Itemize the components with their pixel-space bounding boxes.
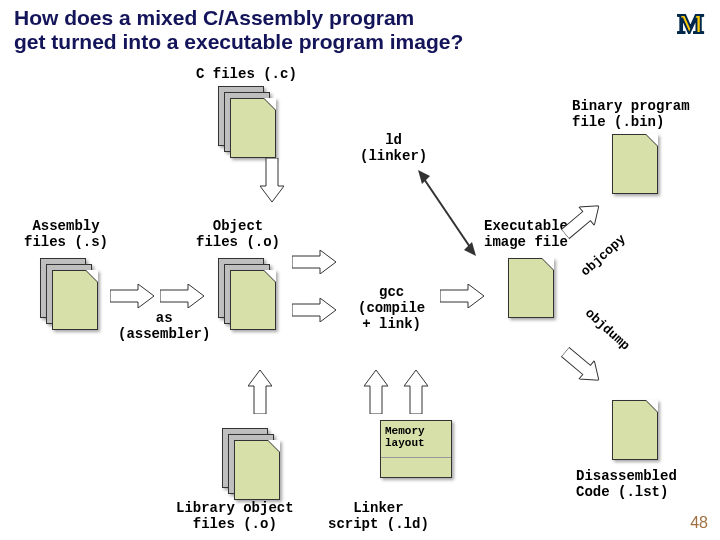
arrow-gcc-to-exec [440, 284, 484, 308]
label-disasm: Disassembled Code (.lst) [576, 468, 677, 500]
svg-marker-13 [404, 370, 428, 414]
arrow-objdump [557, 343, 606, 390]
label-c-files: C files (.c) [196, 66, 297, 82]
memory-layout-box: Memory layout [380, 420, 452, 478]
label-asm-files: Assembly files (.s) [24, 218, 108, 250]
label-bin: Binary program file (.bin) [572, 98, 690, 130]
memory-layout-label: Memory layout [385, 425, 447, 449]
svg-marker-11 [248, 370, 272, 414]
label-as: as (assembler) [118, 310, 210, 342]
svg-marker-8 [464, 242, 476, 256]
arrow-mem-up [404, 370, 428, 414]
label-objdump: objdump [582, 306, 633, 354]
label-linker-script: Linker script (.ld) [328, 500, 429, 532]
label-lib-files: Library object files (.o) [176, 500, 294, 532]
slide-title: How does a mixed C/Assembly program get … [14, 6, 463, 54]
label-gcc: gcc (compile + link) [358, 284, 425, 332]
svg-marker-0 [260, 158, 284, 202]
arrow-obj-to-gcc-2 [292, 298, 336, 322]
svg-marker-1 [110, 284, 154, 308]
label-objcopy: objcopy [578, 232, 629, 280]
arrow-ldscript-up [364, 370, 388, 414]
svg-marker-5 [440, 284, 484, 308]
arrow-asm-to-obj-2 [160, 284, 204, 308]
svg-marker-12 [364, 370, 388, 414]
arrow-c-to-obj [260, 158, 284, 202]
arrow-asm-to-obj-1 [110, 284, 154, 308]
label-exec: Executable image file [484, 218, 568, 250]
label-obj-files: Object files (.o) [196, 218, 280, 250]
svg-marker-7 [418, 170, 430, 184]
arrow-lib-up [248, 370, 272, 414]
umich-logo: M [678, 8, 704, 40]
svg-marker-10 [557, 343, 606, 390]
arrow-obj-to-gcc [292, 250, 336, 274]
label-ld: ld (linker) [360, 132, 427, 164]
svg-line-6 [422, 176, 472, 250]
arrow-ld-double [412, 168, 482, 258]
svg-marker-2 [160, 284, 204, 308]
svg-marker-4 [292, 298, 336, 322]
slide-stage: How does a mixed C/Assembly program get … [0, 0, 720, 540]
svg-marker-3 [292, 250, 336, 274]
page-number: 48 [690, 514, 708, 532]
